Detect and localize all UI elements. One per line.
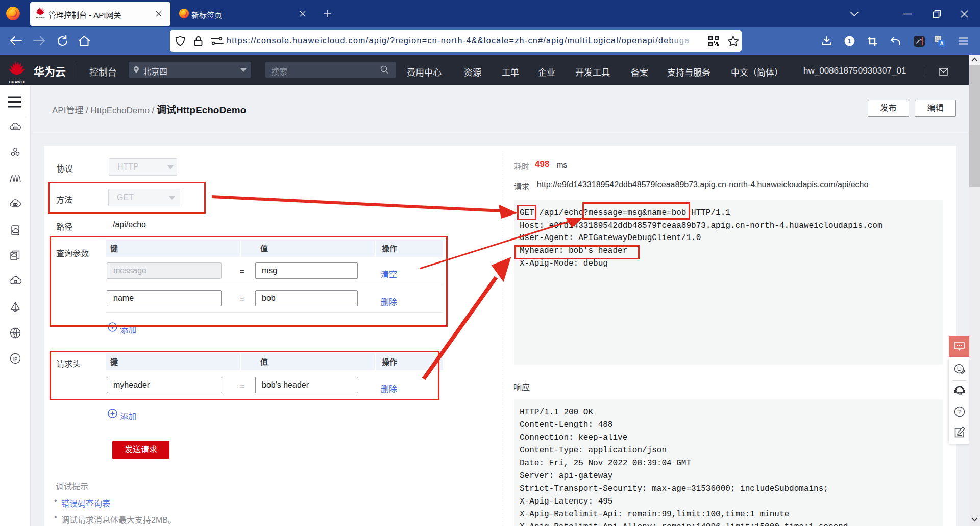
svg-text:HUAWEI: HUAWEI — [36, 16, 45, 19]
svg-text:W: W — [13, 331, 17, 336]
svg-text:HUAWEI: HUAWEI — [9, 80, 25, 84]
svg-text:?: ? — [958, 409, 962, 416]
svg-text:1: 1 — [848, 38, 851, 45]
svg-text:A: A — [940, 41, 943, 46]
svg-text:IP: IP — [13, 356, 18, 362]
